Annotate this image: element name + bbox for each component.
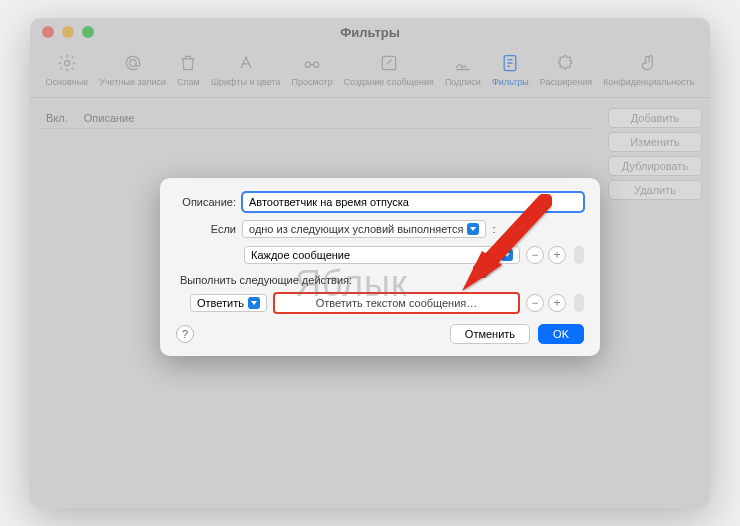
preferences-window: Фильтры Основные Учетные записи Спам Шри… (30, 18, 710, 508)
cancel-button[interactable]: Отменить (450, 324, 530, 344)
reply-message-text-button[interactable]: Ответить текстом сообщения… (273, 292, 520, 314)
chevron-down-icon (248, 297, 260, 309)
chevron-down-icon (501, 249, 513, 261)
condition-select[interactable]: Каждое сообщение (244, 246, 520, 264)
edit-rule-dialog: Описание: Если одно из следующих условий… (160, 178, 600, 356)
drag-handle[interactable] (574, 246, 584, 264)
if-label: Если (176, 223, 236, 235)
drag-handle[interactable] (574, 294, 584, 312)
remove-condition-button[interactable]: − (526, 246, 544, 264)
action-type-select[interactable]: Ответить (190, 294, 267, 312)
add-condition-button[interactable]: + (548, 246, 566, 264)
actions-label: Выполнить следующие действия: (180, 274, 584, 286)
remove-action-button[interactable]: − (526, 294, 544, 312)
help-button[interactable]: ? (176, 325, 194, 343)
chevron-down-icon (467, 223, 479, 235)
description-input[interactable] (242, 192, 584, 212)
add-action-button[interactable]: + (548, 294, 566, 312)
ok-button[interactable]: OK (538, 324, 584, 344)
if-condition-select[interactable]: одно из следующих условий выполняется (242, 220, 486, 238)
description-label: Описание: (176, 196, 236, 208)
